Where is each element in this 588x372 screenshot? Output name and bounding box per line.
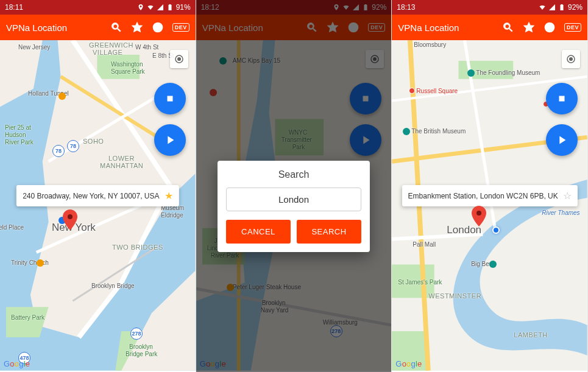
fab-stack <box>154 83 186 156</box>
dev-badge[interactable]: DEV <box>172 23 190 32</box>
address-text: Embankment Station, London WC2N 6PB, UK <box>408 192 558 200</box>
stop-button[interactable] <box>546 83 578 114</box>
map[interactable]: GREENWICH VILLAGE Washington Square Park… <box>0 40 196 372</box>
map[interactable]: Bloomsbury The Foundling Museum The Brit… <box>392 40 587 372</box>
app-actions: DEV <box>502 21 581 33</box>
app-bar: VPNa Location DEV <box>392 15 587 40</box>
star-icon[interactable]: ★ <box>165 190 173 202</box>
app-bar: VPNa Location DEV <box>0 15 196 40</box>
cancel-button[interactable]: CANCEL <box>226 220 291 244</box>
status-icons: 91% <box>137 3 191 12</box>
play-button[interactable] <box>546 124 578 156</box>
search-button[interactable]: SEARCH <box>297 220 361 244</box>
status-time: 18:13 <box>397 3 415 12</box>
my-location-button[interactable] <box>170 50 188 68</box>
svg-point-4 <box>177 57 181 61</box>
battery-icon <box>166 4 174 11</box>
help-icon[interactable] <box>152 21 164 33</box>
phone-3: 18:13 92% VPNa Location DEV <box>392 0 588 372</box>
svg-rect-6 <box>167 96 172 102</box>
svg-rect-24 <box>559 96 565 102</box>
svg-point-17 <box>549 30 550 30</box>
status-time: 18:11 <box>5 3 23 12</box>
dev-badge[interactable]: DEV <box>564 23 581 32</box>
map-pin-icon <box>472 206 486 226</box>
address-callout[interactable]: Embankment Station, London WC2N 6PB, UK … <box>402 185 578 206</box>
battery-percent: 92% <box>568 3 583 12</box>
google-logo: Google <box>4 359 30 368</box>
app-title: VPNa Location <box>398 23 502 33</box>
favorite-icon[interactable] <box>523 21 535 33</box>
phone-2: 18:12 92% VPNa Location DEV AMC <box>196 0 392 372</box>
dialog-title: Search <box>226 169 361 180</box>
battery-percent: 91% <box>176 3 191 12</box>
svg-rect-19 <box>392 264 434 298</box>
dialog-buttons: CANCEL SEARCH <box>226 220 361 244</box>
status-bar: 18:13 92% <box>392 0 587 15</box>
svg-point-1 <box>157 30 158 30</box>
address-text: 240 Broadway, New York, NY 10007, USA <box>23 192 159 200</box>
scrim-top <box>196 0 392 40</box>
help-icon[interactable] <box>544 21 556 33</box>
location-icon <box>137 4 144 11</box>
wifi-icon <box>539 4 546 11</box>
wifi-icon <box>147 4 154 11</box>
phone-1: 18:11 91% VPNa Location DEV <box>0 0 196 372</box>
fab-stack <box>546 83 578 156</box>
stop-button[interactable] <box>154 83 186 114</box>
signal-icon <box>548 4 556 11</box>
app-actions: DEV <box>110 21 190 33</box>
search-input[interactable] <box>226 188 361 211</box>
search-dialog: Search CANCEL SEARCH <box>218 161 370 252</box>
google-logo: Google <box>395 359 422 368</box>
favorite-icon[interactable] <box>131 21 143 33</box>
battery-icon <box>558 4 565 11</box>
status-icons: 92% <box>539 3 583 12</box>
search-icon[interactable] <box>110 21 122 33</box>
svg-rect-21 <box>459 61 514 79</box>
play-button[interactable] <box>154 124 186 156</box>
signal-icon <box>157 4 164 11</box>
svg-point-22 <box>569 57 573 61</box>
star-icon[interactable]: ☆ <box>563 190 572 202</box>
map-pin-icon <box>63 209 77 230</box>
app-title: VPNa Location <box>6 23 110 33</box>
svg-point-25 <box>476 211 481 216</box>
svg-rect-3 <box>97 55 140 79</box>
svg-point-7 <box>68 214 73 219</box>
my-location-button[interactable] <box>562 50 580 68</box>
address-callout[interactable]: 240 Broadway, New York, NY 10007, USA ★ <box>16 185 179 206</box>
search-icon[interactable] <box>502 21 514 33</box>
map[interactable]: AMC Kips Bay 15 WNYC Transmitter Park Jo… <box>196 40 392 372</box>
status-bar: 18:11 91% <box>0 0 196 15</box>
